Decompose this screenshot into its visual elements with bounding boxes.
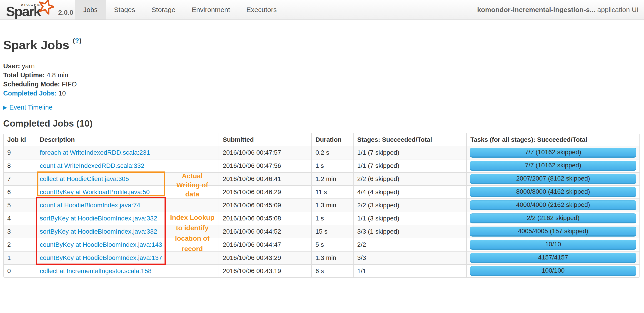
job-description-link[interactable]: countByKey at HoodieBloomIndex.java:143 — [40, 241, 162, 248]
job-tasks-cell: 4005/4005 (157 skipped) — [466, 225, 640, 238]
job-submitted-cell: 2016/10/06 00:47:57 — [218, 146, 311, 159]
job-submitted-cell: 2016/10/06 00:43:29 — [218, 251, 311, 264]
task-progress-label: 7/7 (10162 skipped) — [525, 162, 581, 169]
job-submitted-cell: 2016/10/06 00:45:08 — [218, 212, 311, 225]
job-submitted-cell: 2016/10/06 00:45:09 — [218, 198, 311, 212]
job-id-cell: 6 — [4, 185, 36, 198]
spark-wordmark: Spark — [6, 4, 40, 19]
expand-arrow-icon: ▶ — [3, 105, 7, 111]
job-description-link[interactable]: sortByKey at HoodieBloomIndex.java:332 — [40, 228, 157, 235]
table-row: 0collect at IncrementalIngestor.scala:15… — [4, 264, 640, 277]
job-description-link[interactable]: collect at IncrementalIngestor.scala:158 — [40, 267, 152, 275]
summary-item-user: User: yarn — [3, 61, 644, 71]
job-stages-cell: 3/3 — [353, 251, 466, 264]
tab-stages[interactable]: Stages — [106, 0, 143, 19]
task-progress-bar: 2/2 (2162 skipped) — [470, 213, 636, 223]
column-header[interactable]: Stages: Succeeded/Total — [353, 133, 466, 146]
job-stages-cell: 3/3 (1 skipped) — [353, 225, 466, 238]
job-description-link[interactable]: countByKey at HoodieBloomIndex.java:137 — [40, 254, 162, 261]
job-stages-cell: 2/2 (3 skipped) — [353, 198, 466, 212]
tab-environment[interactable]: Environment — [184, 0, 238, 19]
column-header[interactable]: Duration — [311, 133, 353, 146]
summary-item-total-uptime: Total Uptime: 4.8 min — [3, 71, 644, 80]
task-progress-label: 2007/2007 (8162 skipped) — [516, 175, 590, 182]
table-row: 1countByKey at HoodieBloomIndex.java:137… — [4, 251, 640, 264]
job-tasks-cell: 2/2 (2162 skipped) — [466, 212, 640, 225]
event-timeline-toggle[interactable]: ▶Event Timeline — [3, 104, 644, 111]
completed-jobs-table: Job IdDescriptionSubmittedDurationStages… — [3, 133, 640, 278]
job-description-link[interactable]: sortByKey at HoodieBloomIndex.java:332 — [40, 215, 157, 222]
spark-logo-mark: APACHE Spark — [6, 0, 58, 19]
task-progress-bar: 4157/4157 — [470, 253, 636, 263]
event-timeline-label: Event Timeline — [9, 104, 52, 111]
job-id-cell: 8 — [4, 159, 36, 172]
task-progress-label: 2/2 (2162 skipped) — [527, 214, 580, 222]
job-duration-cell: 0.2 s — [311, 146, 353, 159]
job-submitted-cell: 2016/10/06 00:44:52 — [218, 225, 311, 238]
task-progress-label: 100/100 — [542, 267, 564, 274]
task-progress-bar: 2007/2007 (8162 skipped) — [470, 174, 636, 184]
job-duration-cell: 1.3 min — [311, 198, 353, 212]
job-duration-cell: 6 s — [311, 264, 353, 277]
column-header[interactable]: Job Id — [4, 133, 36, 146]
job-tasks-cell: 100/100 — [466, 264, 640, 277]
job-duration-cell: 1 s — [311, 212, 353, 225]
job-submitted-cell: 2016/10/06 00:43:19 — [218, 264, 311, 277]
application-name-bold: komondor-incremental-ingestion-s... — [477, 6, 595, 13]
job-id-cell: 7 — [4, 172, 36, 185]
job-tasks-cell: 2007/2007 (8162 skipped) — [466, 172, 640, 185]
job-description-link[interactable]: foreach at WriteIndexedRDD.scala:231 — [40, 149, 150, 156]
tab-jobs[interactable]: Jobs — [75, 0, 106, 19]
job-stages-cell: 4/4 (4 skipped) — [353, 185, 466, 198]
job-submitted-cell: 2016/10/06 00:44:47 — [218, 238, 311, 251]
spark-logo: APACHE Spark 2.0.0 — [0, 0, 75, 19]
job-tasks-cell: 10/10 — [466, 238, 640, 251]
summary-label: User: — [3, 62, 20, 70]
job-submitted-cell: 2016/10/06 00:47:56 — [218, 159, 311, 172]
summary-label: Scheduling Mode: — [3, 81, 60, 88]
job-stages-cell: 1/1 (3 skipped) — [353, 212, 466, 225]
task-progress-label: 10/10 — [545, 241, 561, 248]
task-progress-bar: 7/7 (10162 skipped) — [470, 161, 636, 171]
table-row: 7collect at HoodieClient.java:3052016/10… — [4, 172, 640, 185]
job-description-cell: sortByKey at HoodieBloomIndex.java:332 — [36, 225, 218, 238]
task-progress-label: 7/7 (10162 skipped) — [525, 149, 581, 156]
summary-list: User: yarnTotal Uptime: 4.8 minSchedulin… — [3, 61, 644, 98]
job-submitted-cell: 2016/10/06 00:46:29 — [218, 185, 311, 198]
job-description-link[interactable]: collect at HoodieClient.java:305 — [40, 175, 129, 182]
job-description-link[interactable]: countByKey at WorkloadProfile.java:50 — [40, 188, 150, 195]
tab-executors[interactable]: Executors — [238, 0, 285, 19]
table-row: 9foreach at WriteIndexedRDD.scala:231201… — [4, 146, 640, 159]
job-id-cell: 9 — [4, 146, 36, 159]
help-question-link[interactable]: ? — [75, 37, 79, 44]
main-content: Spark Jobs (?) User: yarnTotal Uptime: 4… — [0, 34, 644, 278]
job-description-cell: sortByKey at HoodieBloomIndex.java:332 — [36, 212, 218, 225]
job-description-link[interactable]: count at WriteIndexedRDD.scala:332 — [40, 162, 144, 169]
job-description-cell: collect at IncrementalIngestor.scala:158 — [36, 264, 218, 277]
job-id-cell: 4 — [4, 212, 36, 225]
job-stages-cell: 1/1 (7 skipped) — [353, 146, 466, 159]
summary-item-completed-jobs: Completed Jobs: 10 — [3, 89, 644, 98]
job-description-cell: count at WriteIndexedRDD.scala:332 — [36, 159, 218, 172]
job-id-cell: 5 — [4, 198, 36, 212]
summary-label: Total Uptime: — [3, 71, 45, 79]
job-tasks-cell: 8000/8000 (4162 skipped) — [466, 185, 640, 198]
job-description-link[interactable]: count at HoodieBloomIndex.java:74 — [40, 202, 140, 209]
navbar: APACHE Spark 2.0.0 JobsStagesStorageEnvi… — [0, 0, 644, 20]
column-header[interactable]: Description — [36, 133, 218, 146]
completed-jobs-link[interactable]: Completed Jobs: — [3, 90, 56, 97]
navbar-tabs: JobsStagesStorageEnvironmentExecutors — [75, 0, 285, 19]
task-progress-bar: 4000/4000 (2162 skipped) — [470, 200, 636, 210]
tab-storage[interactable]: Storage — [144, 0, 184, 19]
job-submitted-cell: 2016/10/06 00:46:41 — [218, 172, 311, 185]
jobs-table-body: 9foreach at WriteIndexedRDD.scala:231201… — [4, 146, 640, 277]
job-tasks-cell: 4157/4157 — [466, 251, 640, 264]
job-tasks-cell: 7/7 (10162 skipped) — [466, 159, 640, 172]
column-header[interactable]: Tasks (for all stages): Succeeded/Total — [466, 133, 640, 146]
job-duration-cell: 11 s — [311, 185, 353, 198]
jobs-table-wrap: Job IdDescriptionSubmittedDurationStages… — [3, 133, 640, 278]
task-progress-bar: 100/100 — [470, 266, 636, 276]
column-header[interactable]: Submitted — [218, 133, 311, 146]
job-description-cell: count at HoodieBloomIndex.java:74 — [36, 198, 218, 212]
job-id-cell: 1 — [4, 251, 36, 264]
